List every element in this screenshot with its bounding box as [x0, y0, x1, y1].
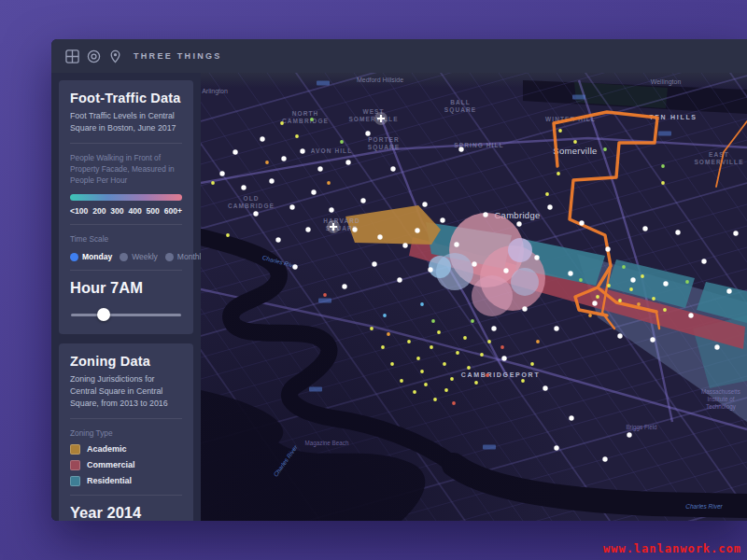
- traffic-dot: [280, 121, 284, 125]
- traffic-dot: [390, 166, 395, 171]
- traffic-dot: [407, 340, 411, 343]
- traffic-dot: [416, 357, 420, 360]
- zoning-legend-commercial: Commercial: [70, 460, 182, 470]
- traffic-dot: [726, 288, 731, 293]
- zoning-subtitle: Zoning Jurisdictions for Central Square …: [70, 373, 182, 409]
- time-option-label: Monday: [82, 252, 112, 261]
- traffic-dot: [733, 231, 738, 235]
- traffic-dot: [602, 456, 607, 461]
- traffic-dot: [663, 308, 667, 312]
- traffic-dot: [463, 336, 467, 340]
- radio-icon: [120, 253, 128, 261]
- traffic-dot: [675, 230, 680, 234]
- hour-slider-thumb[interactable]: [97, 308, 110, 321]
- traffic-dot: [536, 340, 540, 343]
- time-option-monthly[interactable]: Monthly: [165, 252, 205, 261]
- traffic-dot: [433, 398, 437, 401]
- traffic-dot: [400, 379, 403, 383]
- time-option-weekly[interactable]: Weekly: [120, 252, 158, 261]
- traffic-dot: [452, 401, 456, 405]
- traffic-dot: [701, 259, 706, 263]
- time-scale-options: Monday Weekly Monthly: [70, 252, 182, 261]
- traffic-dot: [617, 333, 622, 338]
- traffic-dot: [253, 211, 258, 216]
- time-option-monday[interactable]: Monday: [70, 252, 112, 261]
- traffic-dot: [688, 313, 693, 317]
- traffic-dot: [557, 172, 560, 175]
- traffic-dot: [300, 148, 304, 153]
- traffic-dot: [370, 327, 374, 330]
- traffic-bubble: [511, 268, 539, 296]
- traffic-dot: [543, 385, 547, 390]
- traffic-dot: [219, 171, 224, 175]
- hour-slider-track[interactable]: [71, 314, 181, 316]
- traffic-dot: [474, 381, 478, 385]
- traffic-dot: [428, 267, 432, 272]
- traffic-dot: [340, 140, 344, 144]
- traffic-dot: [486, 373, 489, 377]
- traffic-dot: [637, 302, 641, 306]
- zoning-type-name: Residential: [87, 476, 132, 485]
- traffic-dot: [289, 204, 294, 209]
- traffic-dot: [402, 243, 407, 247]
- traffic-dot: [413, 390, 416, 394]
- traffic-dot: [522, 306, 527, 311]
- traffic-dot: [390, 362, 394, 366]
- traffic-dot: [501, 356, 506, 360]
- traffic-dot: [233, 149, 237, 154]
- traffic-dot: [454, 242, 458, 246]
- traffic-dot: [530, 362, 534, 366]
- road-label-chip: [318, 299, 331, 303]
- measure-note: People Walking in Front of Property Faca…: [70, 152, 182, 187]
- traffic-bubble: [472, 275, 513, 316]
- map-canvas[interactable]: ArlingtonMedford HillsideWellingtonNORTH…: [201, 73, 747, 521]
- traffic-dot: [420, 370, 424, 373]
- traffic-dot: [554, 445, 558, 450]
- traffic-dot: [630, 277, 635, 282]
- traffic-dot: [265, 161, 269, 164]
- traffic-dot: [629, 287, 633, 291]
- road-label-chip: [572, 95, 585, 100]
- traffic-dot: [579, 278, 583, 282]
- traffic-dot: [622, 265, 626, 269]
- traffic-bubble: [508, 238, 532, 262]
- traffic-dot: [305, 227, 310, 231]
- road-label-chip: [309, 387, 322, 392]
- traffic-dot: [627, 432, 631, 437]
- residential-swatch: [70, 476, 80, 486]
- road-label-chip: [317, 81, 330, 86]
- traffic-dot: [422, 202, 427, 206]
- traffic-dot: [430, 345, 433, 349]
- road-label-chip: [483, 445, 496, 450]
- map-pin-icon[interactable]: [108, 49, 122, 63]
- brand-title: THREE THINGS: [134, 51, 222, 61]
- grid-icon[interactable]: [65, 49, 79, 63]
- traffic-dot: [440, 217, 444, 222]
- divider: [70, 143, 182, 144]
- traffic-dot: [592, 301, 597, 305]
- zoning-title: Zoning Data: [70, 354, 182, 369]
- traffic-dot: [714, 344, 719, 349]
- traffic-dot: [281, 156, 286, 161]
- tick-label: 200: [92, 206, 106, 216]
- traffic-dot: [387, 332, 390, 336]
- traffic-dot: [558, 129, 562, 133]
- traffic-dot: [311, 189, 316, 194]
- traffic-dot: [327, 181, 331, 185]
- traffic-dot: [554, 326, 558, 330]
- traffic-gradient-legend: [70, 194, 182, 201]
- traffic-bubbles: [429, 213, 545, 316]
- traffic-dot: [352, 227, 357, 231]
- tick-label: 300: [110, 206, 123, 216]
- traffic-dot: [365, 131, 370, 135]
- traffic-dot: [579, 220, 584, 225]
- traffic-dot: [491, 326, 496, 330]
- hour-slider[interactable]: [70, 308, 182, 322]
- tick-label: <100: [70, 206, 88, 216]
- traffic-dot: [545, 192, 549, 196]
- target-icon[interactable]: [87, 49, 101, 63]
- traffic-dot: [260, 136, 264, 141]
- traffic-dot: [483, 212, 487, 217]
- traffic-dot: [420, 302, 424, 306]
- radio-icon: [165, 253, 174, 261]
